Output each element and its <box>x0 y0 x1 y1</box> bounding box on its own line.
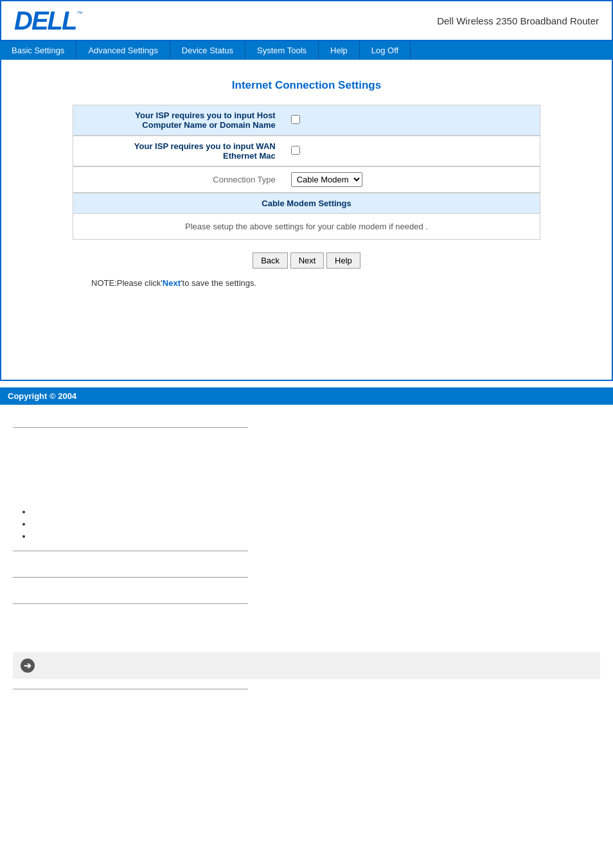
note-text: NOTE:Please click'Next'to save the setti… <box>91 278 599 288</box>
connection-type-select[interactable]: Cable Modem DSL Static IP <box>291 172 362 187</box>
connection-type-value: Cable Modem DSL Static IP <box>283 167 540 192</box>
bullet-list <box>32 507 600 541</box>
header: DELL ™ Dell Wireless 2350 Broadband Rout… <box>0 0 613 41</box>
help-button[interactable]: Help <box>326 252 360 269</box>
row-wan-mac-value <box>283 141 540 162</box>
row-host-name: Your ISP requires you to input Host Comp… <box>73 105 540 136</box>
host-name-checkbox[interactable] <box>291 115 300 124</box>
nav-device-status[interactable]: Device Status <box>170 41 245 60</box>
divider-4 <box>13 603 248 604</box>
divider-2 <box>13 551 248 551</box>
back-button[interactable]: Back <box>253 252 288 269</box>
bullet-item-3 <box>32 531 600 541</box>
router-title: Dell Wireless 2350 Broadband Router <box>437 15 599 26</box>
section-title: Cable Modem Settings <box>254 193 359 213</box>
arrow-icon: ➔ <box>21 659 35 673</box>
buttons-area: Back Next Help <box>14 252 599 269</box>
dell-logo: DELL ™ <box>14 8 82 33</box>
page-title: Internet Connection Settings <box>14 79 599 92</box>
nav-log-off[interactable]: Log Off <box>360 41 411 60</box>
row-wan-mac: Your ISP requires you to input WAN Ether… <box>73 136 540 166</box>
divider-3 <box>13 577 248 578</box>
cable-modem-description: Please setup the above settings for your… <box>73 214 540 240</box>
nav-system-tools[interactable]: System Tools <box>245 41 319 60</box>
navbar: Basic Settings Advanced Settings Device … <box>0 41 613 60</box>
divider-1 <box>13 427 248 428</box>
cable-modem-section-header: Cable Modem Settings <box>73 193 540 214</box>
row-wan-mac-label: Your ISP requires you to input WAN Ether… <box>73 136 283 166</box>
nav-advanced-settings[interactable]: Advanced Settings <box>76 41 170 60</box>
row-host-name-label: Your ISP requires you to input Host Comp… <box>73 105 283 135</box>
divider-5 <box>13 689 248 689</box>
nav-basic-settings[interactable]: Basic Settings <box>0 41 76 60</box>
connection-type-label: Connection Type <box>73 170 283 190</box>
bullet-item-1 <box>32 507 600 517</box>
note-next-highlight: Next <box>163 278 181 288</box>
wan-mac-checkbox[interactable] <box>291 146 300 155</box>
row-connection-type: Connection Type Cable Modem DSL Static I… <box>73 166 540 193</box>
nav-help[interactable]: Help <box>319 41 360 60</box>
bullet-item-2 <box>32 519 600 529</box>
next-button[interactable]: Next <box>290 252 324 269</box>
arrow-row: ➔ <box>13 652 600 679</box>
row-host-name-value <box>283 110 540 131</box>
main-container: Internet Connection Settings Your ISP re… <box>0 60 613 381</box>
below-fold: ➔ <box>0 405 613 712</box>
footer: Copyright © 2004 <box>0 387 613 405</box>
